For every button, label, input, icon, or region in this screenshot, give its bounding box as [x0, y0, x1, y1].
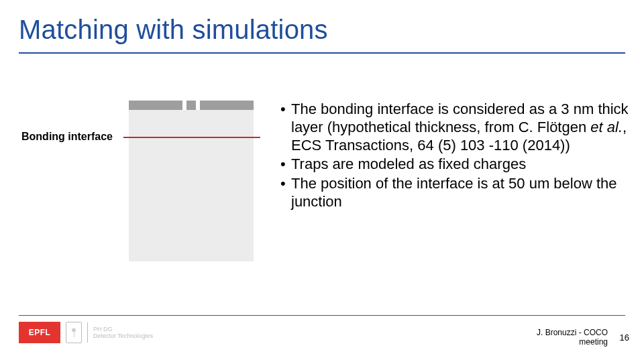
footer-logo: EPFL PH DG Detector Technologies [19, 322, 153, 343]
footer-divider [19, 315, 625, 316]
bullet-marker: • [280, 156, 291, 174]
electrode-right [200, 101, 254, 110]
logo-sub-line1: PH DG [93, 326, 153, 333]
bullet-marker: • [280, 175, 291, 211]
footer-attribution: J. Bronuzzi - COCO meeting [537, 328, 608, 347]
electrode-left [129, 101, 182, 110]
page-title: Matching with simulations [19, 15, 328, 45]
bulk-region [129, 110, 254, 261]
bullet-text: Traps are modeled as fixed charges [291, 156, 629, 174]
electrode-mid [186, 101, 196, 110]
epfl-logo-icon: EPFL [19, 322, 60, 343]
bullet-list: • The bonding interface is considered as… [280, 101, 629, 213]
list-item: • The position of the interface is at 50… [280, 175, 629, 211]
bullet-marker: • [280, 101, 291, 154]
logo-sub-line2: Detector Technologies [93, 333, 153, 339]
list-item: • The bonding interface is considered as… [280, 101, 629, 154]
logo-subtext: PH DG Detector Technologies [93, 326, 153, 340]
title-underline [19, 52, 625, 54]
bullet-text: The bonding interface is considered as a… [291, 101, 629, 154]
diagram-label: Bonding interface [21, 131, 113, 143]
interface-line [123, 137, 260, 138]
list-item: • Traps are modeled as fixed charges [280, 156, 629, 174]
epfl-crest-icon [66, 322, 82, 343]
page-number: 16 [620, 333, 629, 343]
attr-line2: meeting [537, 338, 608, 347]
slide: Matching with simulations Bonding interf… [0, 0, 644, 362]
bullet-text: The position of the interface is at 50 u… [291, 175, 629, 211]
bonding-diagram [123, 101, 260, 268]
logo-divider [87, 322, 88, 343]
attr-line1: J. Bronuzzi - COCO [537, 328, 608, 338]
